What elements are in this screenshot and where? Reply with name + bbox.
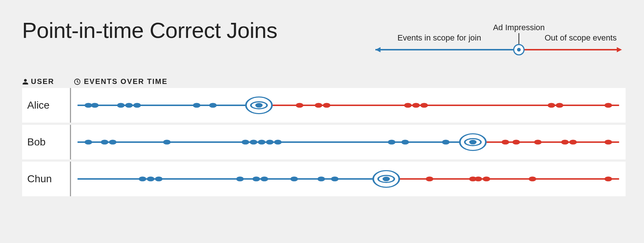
timeline-rows: Alice Bob Chun: [22, 88, 626, 198]
table-row: Bob: [22, 125, 626, 162]
event-dot-in-scope: [193, 103, 201, 108]
event-dot-out-of-scope: [548, 103, 555, 108]
legend: Events in scope for join Ad Impression O…: [361, 22, 626, 63]
event-dot-in-scope: [274, 140, 282, 144]
event-dot-out-of-scope: [569, 140, 577, 144]
event-dot-out-of-scope: [534, 140, 542, 144]
event-dot-in-scope: [242, 140, 250, 144]
event-dot-out-of-scope: [426, 176, 434, 181]
event-dot-in-scope: [133, 103, 141, 108]
legend-in-scope-label: Events in scope for join: [397, 33, 481, 42]
event-dot-in-scope: [109, 140, 117, 144]
eye-icon: [373, 170, 399, 187]
event-dot-out-of-scope: [529, 176, 537, 181]
svg-point-10: [255, 103, 263, 108]
event-dot-out-of-scope: [404, 103, 412, 108]
event-dot-in-scope: [261, 176, 268, 181]
event-dot-in-scope: [290, 176, 298, 181]
event-dot-in-scope: [331, 176, 339, 181]
svg-point-13: [469, 140, 477, 145]
event-dot-in-scope: [266, 140, 274, 144]
svg-point-16: [383, 177, 390, 182]
eye-icon: [460, 134, 486, 150]
event-dot-out-of-scope: [556, 103, 563, 108]
event-dot-out-of-scope: [315, 103, 322, 108]
event-dot-out-of-scope: [296, 103, 304, 108]
svg-marker-2: [375, 47, 381, 52]
event-dot-in-scope: [163, 140, 171, 144]
timeline: [70, 125, 626, 159]
event-dot-out-of-scope: [482, 176, 490, 181]
column-headers: USER EVENTS OVER TIME: [22, 77, 626, 86]
legend-out-of-scope-label: Out of scope events: [545, 33, 617, 42]
event-dot-in-scope: [101, 140, 109, 144]
timeline: [70, 162, 626, 196]
col-user-label: USER: [31, 77, 54, 86]
clock-icon: [74, 78, 81, 85]
eye-icon: [246, 97, 272, 113]
event-dot-in-scope: [91, 103, 99, 108]
event-dot-in-scope: [147, 176, 155, 181]
table-row: Alice: [22, 88, 626, 125]
user-icon: [22, 78, 29, 85]
event-dot-in-scope: [442, 140, 450, 144]
event-dot-in-scope: [155, 176, 163, 181]
event-dot-out-of-scope: [605, 176, 612, 181]
timeline: [70, 88, 626, 123]
event-dot-out-of-scope: [474, 176, 482, 181]
user-name: Alice: [22, 99, 70, 111]
event-dot-out-of-scope: [420, 103, 428, 108]
user-name: Chun: [22, 173, 70, 185]
event-dot-in-scope: [258, 140, 266, 144]
event-dot-in-scope: [236, 176, 244, 181]
event-dot-in-scope: [139, 176, 146, 181]
event-dot-out-of-scope: [605, 140, 612, 144]
event-dot-in-scope: [85, 103, 92, 108]
event-dot-out-of-scope: [561, 140, 569, 144]
event-dot-out-of-scope: [323, 103, 330, 108]
legend-ad-impression-label: Ad Impression: [493, 23, 545, 32]
event-dot-out-of-scope: [605, 103, 612, 108]
page-title: Point-in-time Correct Joins: [22, 18, 277, 43]
col-events-label: EVENTS OVER TIME: [84, 77, 168, 86]
event-dot-in-scope: [401, 140, 409, 144]
event-dot-in-scope: [250, 140, 258, 144]
event-dot-in-scope: [252, 176, 260, 181]
event-dot-out-of-scope: [412, 103, 420, 108]
event-dot-out-of-scope: [502, 140, 509, 144]
table-row: Chun: [22, 162, 626, 198]
event-dot-in-scope: [117, 103, 125, 108]
event-dot-in-scope: [209, 103, 217, 108]
event-dot-in-scope: [125, 103, 133, 108]
eye-icon: [514, 45, 524, 55]
event-dot-in-scope: [388, 140, 396, 144]
event-dot-in-scope: [85, 140, 92, 144]
event-dot-out-of-scope: [512, 140, 520, 144]
user-name: Bob: [22, 136, 70, 148]
svg-marker-4: [617, 47, 622, 52]
svg-point-6: [517, 48, 521, 52]
event-dot-in-scope: [318, 176, 325, 181]
